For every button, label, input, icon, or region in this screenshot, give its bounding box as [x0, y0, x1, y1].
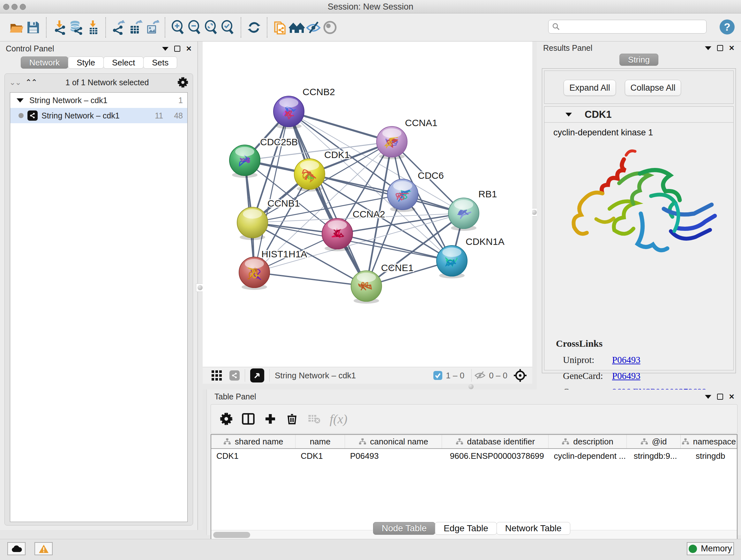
table-cell[interactable]: CDK1	[295, 449, 345, 463]
table-cell[interactable]: 9606.ENSP00000378699	[442, 449, 549, 463]
export-image-button[interactable]	[144, 18, 160, 37]
edge-CCNB2-CCNE1[interactable]	[289, 111, 366, 286]
tab-edge-table[interactable]: Edge Table	[435, 522, 497, 535]
gene-section-header[interactable]: CDK1	[544, 107, 733, 123]
network-row-selected[interactable]: String Network – cdk1 11 48	[10, 108, 187, 123]
zoom-out-button[interactable]	[186, 18, 203, 37]
delete-column-icon[interactable]	[286, 413, 298, 425]
tab-network[interactable]: Network	[21, 57, 68, 69]
refresh-button[interactable]	[246, 18, 262, 37]
column-header-canonical-name[interactable]: canonical name	[345, 435, 442, 448]
column-header-name[interactable]: name	[295, 435, 345, 448]
results-panel-title: Results Panel	[543, 44, 592, 53]
column-header-database-identifier[interactable]: database identifier	[442, 435, 549, 448]
table-cell[interactable]: CDK1	[211, 449, 295, 463]
selected-checkbox-icon[interactable]	[433, 371, 443, 380]
search-input[interactable]	[548, 20, 706, 34]
cloud-status-button[interactable]	[7, 542, 25, 555]
column-header-description[interactable]: description	[549, 435, 626, 448]
open-session-button[interactable]	[8, 18, 25, 37]
show-all-button[interactable]	[322, 18, 338, 37]
string-network-graph[interactable]: CCNB2CCNA1CDC25BCDK1CDC6RB1CCNB1CCNA2CDK…	[203, 42, 532, 367]
node-RB1[interactable]: RB1	[448, 189, 497, 231]
import-network-database-button[interactable]	[68, 18, 84, 37]
network-collection-row[interactable]: String Network – cdk1 1	[10, 92, 187, 108]
tab-network-table[interactable]: Network Table	[496, 522, 570, 535]
network-view-canvas[interactable]: CCNB2CCNA1CDC25BCDK1CDC6RB1CCNB1CCNA2CDK…	[203, 42, 532, 367]
table-cell[interactable]: stringdb:9...	[627, 449, 681, 463]
copy-style-button[interactable]	[272, 18, 288, 37]
home-layout-button[interactable]	[288, 18, 305, 37]
zoom-selected-button[interactable]	[219, 18, 236, 37]
scrollbar-thumb[interactable]	[213, 532, 250, 538]
table-cell[interactable]: cyclin-dependent ...	[549, 449, 626, 463]
show-columns-icon[interactable]	[242, 412, 255, 426]
table-cell[interactable]: stringdb	[681, 449, 737, 463]
export-table-button[interactable]	[127, 18, 144, 37]
close-panel-icon[interactable]: ✕	[729, 45, 735, 52]
gene-symbol: CDK1	[585, 109, 611, 120]
column-header--id[interactable]: @id	[627, 435, 681, 448]
table-row: CDK1CDK1P064939606.ENSP00000378699cyclin…	[211, 449, 737, 463]
right-splitter[interactable]	[532, 42, 537, 389]
edge-CCNB2-HIST1H1A[interactable]	[254, 111, 289, 272]
float-panel-icon[interactable]	[717, 394, 723, 400]
node-CCNE1[interactable]: CCNE1	[351, 262, 414, 304]
edge-CCNB2-CCNA1[interactable]	[289, 111, 392, 142]
genecard-link[interactable]: P06493	[612, 371, 641, 381]
warnings-button[interactable]	[35, 542, 53, 555]
expand-all-button[interactable]: Expand All	[563, 80, 616, 96]
import-network-file-button[interactable]	[51, 18, 68, 37]
birdseye-view-icon[interactable]	[250, 368, 264, 382]
node-CDKN1A[interactable]: CDKN1A	[436, 236, 504, 278]
node-HIST1H1A[interactable]: HIST1H1A	[239, 249, 307, 290]
zoom-fit-button[interactable]	[203, 18, 219, 37]
node-CCNA1[interactable]: CCNA1	[377, 118, 437, 159]
expand-all-networks-icon[interactable]: ⌄⌄	[9, 78, 21, 87]
close-window-button[interactable]	[3, 4, 9, 10]
collapse-all-networks-icon[interactable]: ⌃⌃	[25, 78, 37, 87]
hide-selected-button[interactable]	[305, 18, 322, 37]
zoom-window-button[interactable]	[20, 4, 26, 10]
hidden-count-badge: 0 – 0	[489, 371, 508, 381]
table-cell[interactable]: P06493	[345, 449, 442, 463]
close-panel-icon[interactable]: ✕	[729, 393, 735, 400]
grid-view-icon[interactable]	[211, 370, 222, 381]
save-session-button[interactable]	[25, 18, 42, 37]
collapse-gene-icon[interactable]	[565, 113, 572, 117]
import-table-button[interactable]	[84, 18, 101, 37]
float-panel-icon[interactable]	[174, 46, 180, 52]
fit-content-crosshair-icon[interactable]	[513, 368, 527, 382]
network-options-gear-icon[interactable]	[178, 77, 188, 88]
memory-button[interactable]: Memory	[687, 542, 734, 555]
panel-menu-icon[interactable]	[162, 47, 169, 51]
node-CCNB1[interactable]: CCNB1	[237, 198, 300, 240]
uniprot-link[interactable]: P06493	[612, 355, 641, 365]
tab-string[interactable]: String	[619, 54, 658, 66]
node-label-CDC25B: CDC25B	[260, 137, 298, 147]
collapse-collection-icon[interactable]	[17, 98, 23, 103]
column-header-shared-name[interactable]: shared name	[211, 435, 295, 448]
column-header-namespace[interactable]: namespace	[681, 435, 737, 448]
hidden-eye-icon[interactable]	[474, 371, 486, 380]
tab-sets[interactable]: Sets	[143, 57, 177, 69]
panel-menu-icon[interactable]	[705, 46, 711, 50]
add-column-icon[interactable]	[264, 413, 277, 425]
edge-HIST1H1A-CCNE1[interactable]	[254, 272, 366, 286]
network-view-type-icon[interactable]	[229, 370, 240, 381]
collapse-all-button[interactable]: Collapse All	[625, 80, 681, 96]
network-node-count: 11	[155, 111, 163, 120]
minimize-window-button[interactable]	[11, 4, 17, 10]
zoom-in-button[interactable]	[170, 18, 186, 37]
tab-node-table[interactable]: Node Table	[373, 522, 435, 535]
tab-select[interactable]: Select	[104, 57, 144, 69]
left-splitter[interactable]	[198, 42, 203, 530]
close-panel-icon[interactable]: ✕	[186, 45, 192, 52]
panel-menu-icon[interactable]	[705, 395, 711, 399]
help-button[interactable]: ?	[720, 19, 735, 35]
export-network-button[interactable]	[111, 18, 127, 37]
float-panel-icon[interactable]	[717, 45, 723, 51]
table-settings-gear-icon[interactable]	[220, 413, 232, 425]
node-CDC25B[interactable]: CDC25B	[229, 137, 298, 178]
tab-style[interactable]: Style	[68, 57, 104, 69]
